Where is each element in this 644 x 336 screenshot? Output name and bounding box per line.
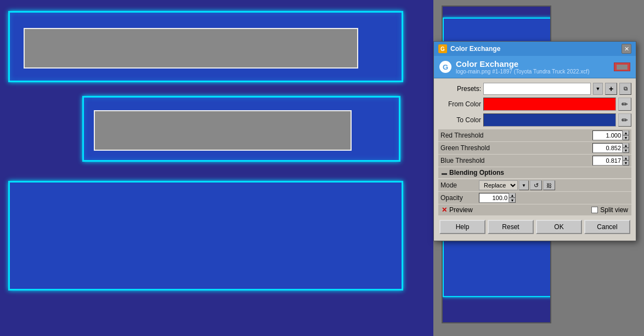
- presets-label: Presets:: [438, 85, 481, 93]
- reset-icon: ↺: [534, 182, 539, 189]
- mode-select[interactable]: Replace: [479, 180, 518, 190]
- collapse-icon: ▬: [442, 170, 447, 176]
- to-color-picker-button[interactable]: ✏: [618, 113, 631, 127]
- plugin-title: Color Exchange: [456, 59, 609, 69]
- dialog-titlebar: G Color Exchange ✕: [434, 42, 636, 56]
- blue-threshold-row: Blue Threshold ▲ ▼: [438, 155, 631, 167]
- to-color-label: To Color: [438, 116, 481, 124]
- opacity-spinbox: ▲ ▼: [479, 193, 516, 203]
- from-color-row: From Color ✏: [438, 98, 631, 111]
- dialog-title: Color Exchange: [450, 45, 500, 53]
- spinbox-down-icon-2: ▼: [624, 149, 628, 152]
- preview-left: ✕ Preview: [442, 206, 473, 214]
- logo-bar-bot: [8, 181, 403, 291]
- red-threshold-up[interactable]: ▲: [623, 130, 629, 135]
- action-buttons: Help Reset OK Cancel: [438, 218, 631, 236]
- opacity-label: Opacity: [440, 194, 479, 202]
- canvas-area: [0, 0, 433, 336]
- red-threshold-arrows: ▲ ▼: [623, 130, 629, 140]
- chain-button[interactable]: ⛓: [543, 180, 555, 190]
- red-threshold-input[interactable]: [592, 130, 623, 140]
- to-color-swatch[interactable]: [483, 113, 616, 127]
- color-exchange-dialog: G Color Exchange ✕ G Color Exchange logo…: [433, 41, 636, 241]
- opacity-up[interactable]: ▲: [509, 193, 516, 198]
- red-threshold-down[interactable]: ▼: [623, 135, 629, 140]
- cancel-button[interactable]: Cancel: [584, 220, 630, 234]
- logo-bar-top: [8, 11, 403, 82]
- blue-threshold-label: Blue Threshold: [440, 157, 592, 164]
- plugin-subtitle: logo-main.png #1-1897 (Toyota Tundra Tru…: [456, 69, 609, 75]
- green-threshold-label: Green Threshold: [440, 144, 592, 152]
- preview-row: ✕ Preview Split view: [438, 204, 631, 215]
- plugin-menu-button[interactable]: [614, 62, 630, 71]
- help-button[interactable]: Help: [439, 220, 485, 234]
- red-threshold-spinbox: ▲ ▼: [592, 130, 629, 140]
- blue-threshold-arrows: ▲ ▼: [623, 156, 629, 166]
- opacity-down[interactable]: ▼: [509, 198, 516, 203]
- split-view-label: Split view: [600, 206, 628, 214]
- chain-icon: ⛓: [546, 183, 552, 189]
- blue-threshold-spinbox: ▲ ▼: [592, 156, 629, 166]
- blending-mode-row: Mode Replace ▼ ↺ ⛓: [438, 179, 631, 191]
- logo-bar-top-inner: [24, 28, 358, 69]
- menu-icon: [617, 66, 628, 68]
- opacity-arrows: ▲ ▼: [509, 193, 516, 203]
- logo-bar-mid: [82, 96, 400, 162]
- reset-button[interactable]: Reset: [488, 220, 534, 234]
- ok-button[interactable]: OK: [536, 220, 582, 234]
- from-color-label: From Color: [438, 100, 481, 108]
- spinbox-up-icon: ▲: [624, 131, 628, 135]
- titlebar-left: G Color Exchange: [438, 44, 500, 53]
- color-picker-icon: ✏: [622, 100, 628, 109]
- green-threshold-spinbox: ▲ ▼: [592, 143, 629, 153]
- presets-add-button[interactable]: +: [605, 83, 617, 95]
- dropdown-arrow-icon: ▼: [522, 183, 526, 188]
- plugin-logo-icon: G: [439, 61, 451, 73]
- spinbox-up-icon-2: ▲: [624, 144, 628, 147]
- mode-label: Mode: [440, 181, 479, 189]
- blue-threshold-down[interactable]: ▼: [623, 161, 629, 166]
- mode-dropdown-button[interactable]: ▼: [519, 180, 529, 190]
- preview-x-icon: ✕: [442, 206, 447, 214]
- mode-select-container: Replace ▼ ↺ ⛓: [479, 180, 555, 190]
- presets-input[interactable]: [483, 83, 591, 95]
- green-threshold-row: Green Threshold ▲ ▼: [438, 142, 631, 154]
- opacity-input[interactable]: [479, 193, 509, 203]
- reset-mode-button[interactable]: ↺: [530, 180, 542, 190]
- blending-title: Blending Options: [449, 169, 504, 176]
- preview-label: Preview: [449, 206, 473, 214]
- split-view-container: Split view: [591, 206, 628, 214]
- to-color-row: To Color ✏: [438, 113, 631, 127]
- plugin-header: G Color Exchange logo-main.png #1-1897 (…: [434, 56, 636, 78]
- green-threshold-down[interactable]: ▼: [623, 148, 629, 153]
- red-threshold-label: Red Threshold: [440, 132, 592, 139]
- split-view-checkbox[interactable]: [591, 207, 598, 213]
- spinbox-down-icon: ▼: [624, 136, 628, 140]
- spinbox-up-icon-3: ▲: [624, 156, 628, 160]
- opacity-row: Opacity ▲ ▼: [438, 192, 631, 204]
- red-threshold-row: Red Threshold ▲ ▼: [438, 129, 631, 141]
- plugin-title-group: Color Exchange logo-main.png #1-1897 (To…: [456, 59, 609, 75]
- blue-threshold-input[interactable]: [592, 156, 623, 166]
- opacity-down-icon: ▼: [511, 198, 515, 202]
- from-color-picker-button[interactable]: ✏: [618, 98, 631, 111]
- green-threshold-arrows: ▲ ▼: [623, 143, 629, 153]
- blending-header[interactable]: ▬ Blending Options: [438, 167, 631, 178]
- presets-dropdown-arrow[interactable]: ▼: [593, 83, 603, 95]
- blue-threshold-up[interactable]: ▲: [623, 156, 629, 161]
- chevron-down-icon: ▼: [596, 86, 601, 92]
- dialog-close-button[interactable]: ✕: [622, 44, 631, 54]
- presets-row: Presets: ▼ + ⧉: [438, 83, 631, 95]
- opacity-up-icon: ▲: [511, 193, 515, 197]
- dialog-app-icon: G: [438, 44, 447, 53]
- dialog-body: Presets: ▼ + ⧉ From Color ✏ To Color ✏: [434, 78, 636, 241]
- color-picker-icon-2: ✏: [622, 116, 628, 124]
- spinbox-down-icon-3: ▼: [624, 161, 628, 165]
- green-threshold-input[interactable]: [592, 143, 623, 153]
- green-threshold-up[interactable]: ▲: [623, 143, 629, 148]
- presets-dup-button[interactable]: ⧉: [619, 83, 631, 95]
- from-color-swatch[interactable]: [483, 98, 616, 111]
- logo-bar-mid-inner: [94, 110, 352, 151]
